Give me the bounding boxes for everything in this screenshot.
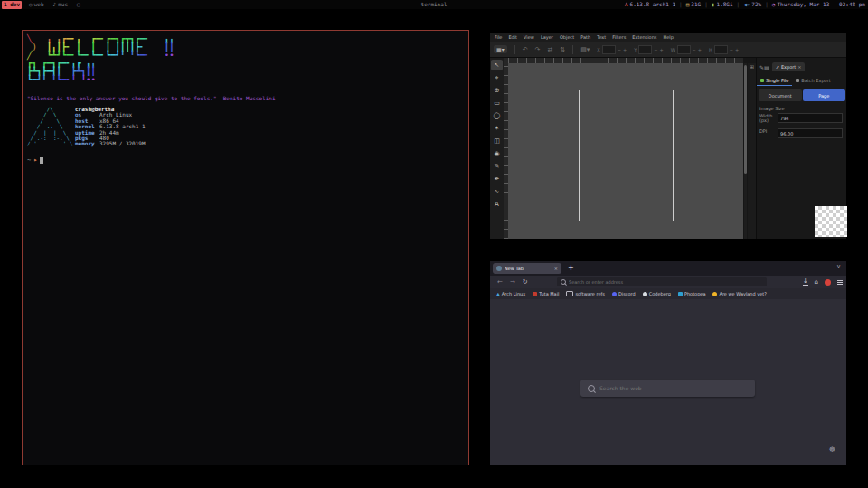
field-input[interactable] (714, 45, 728, 54)
tab-batch-export[interactable]: Batch Export (792, 76, 834, 85)
tab-close-icon[interactable]: × (554, 266, 558, 271)
ellipse-tool[interactable]: ◯ (491, 110, 503, 121)
bookmark-discord[interactable]: Discord (612, 291, 636, 296)
new-tab-button[interactable]: + (568, 264, 574, 273)
bookmark-label: Photopea (684, 291, 706, 296)
search-icon (588, 385, 595, 392)
gear-icon[interactable]: ☸ (829, 446, 835, 454)
menu-layer[interactable]: Layer (541, 34, 553, 40)
bookmark-tuta-mail[interactable]: Tuta Mail (533, 291, 559, 296)
pencil-tool[interactable]: ✎ (491, 161, 503, 172)
forward-icon[interactable]: → (510, 278, 515, 286)
stepper-minus[interactable]: − (693, 47, 696, 52)
reload-icon[interactable]: ↻ (523, 278, 528, 286)
page-button[interactable]: Page (803, 89, 846, 101)
pen-tool[interactable]: ✒ (491, 174, 503, 184)
web-search-input[interactable] (599, 385, 748, 391)
tab-single-file[interactable]: Single File (757, 76, 792, 86)
selector-tool[interactable]: ↖ (491, 60, 503, 70)
dpi-row: DPI (757, 128, 847, 140)
dpi-input[interactable] (778, 128, 843, 138)
download-icon[interactable]: ↓ (803, 278, 808, 286)
menu-path[interactable]: Path (580, 34, 590, 40)
stepper-minus[interactable]: − (618, 47, 621, 52)
bookmark-arch-linux[interactable]: ▲Arch Linux (496, 291, 525, 296)
arch-logo-ascii: /\ / \ / \ / .. \ / | | \ / .-: :-. \/.'… (27, 107, 73, 147)
box3d-tool[interactable]: ◫ (491, 136, 503, 146)
field-input[interactable] (602, 45, 616, 54)
menu-file[interactable]: File (495, 34, 502, 40)
menu-object[interactable]: Object (560, 34, 574, 40)
text-tool[interactable]: A (491, 199, 503, 210)
field-label: W (671, 47, 675, 52)
menu-view[interactable]: View (524, 34, 534, 40)
spiral-tool[interactable]: ◉ (491, 148, 503, 159)
field-input[interactable] (677, 45, 691, 54)
rotate-ccw-icon[interactable]: ↶ (523, 46, 528, 53)
tab-new-tab[interactable]: New Tab × (493, 263, 561, 274)
field-label: X (597, 47, 599, 52)
arch-icon: ▲ (496, 292, 500, 296)
back-icon[interactable]: ← (497, 278, 503, 286)
ublock-extension-icon[interactable] (825, 279, 831, 286)
volume-value: 72% (751, 0, 761, 9)
layers-icon[interactable]: ▤ (764, 64, 769, 70)
url-input[interactable] (569, 279, 763, 285)
width-input[interactable] (778, 113, 843, 123)
scrollbar-thumb[interactable] (744, 65, 747, 174)
menu-extensions[interactable]: Extensions (632, 34, 656, 40)
bookmark-software-refs[interactable]: software refs (566, 291, 604, 296)
web-search-box[interactable] (580, 380, 755, 397)
volume-icon: ◀» (743, 0, 750, 9)
inkscape-canvas[interactable] (508, 63, 743, 239)
browser-window[interactable]: New Tab × + ∨ ← → ↻ ↓ ⌂ ▲Arch LinuxTuta … (490, 261, 846, 465)
export-tab-label: Export (781, 64, 796, 70)
bookmark-are-we-wayland-yet-[interactable]: Are we Wayland yet? (712, 291, 766, 296)
field-input[interactable] (638, 45, 652, 54)
stepper-minus[interactable]: − (654, 47, 657, 52)
canvas-vertical-scrollbar[interactable] (744, 63, 747, 239)
menu-filters[interactable]: Filters (612, 34, 626, 40)
stepper-plus[interactable]: + (623, 47, 627, 52)
tab-icon (796, 79, 799, 82)
node-tool[interactable]: ⌖ (491, 72, 503, 83)
menu-edit[interactable]: Edit (508, 34, 517, 40)
export-icon: ↗ (776, 64, 779, 70)
clock-value: Thursday, Mar 13 — 02:48 pm (777, 0, 865, 9)
shell-prompt[interactable]: ~ ▸ (27, 156, 43, 164)
export-panel-tab[interactable]: ↗ Export × (772, 62, 806, 71)
list-tabs-chevron-icon[interactable]: ∨ (836, 263, 841, 270)
inkscape-window[interactable]: FileEditViewLayerObjectPathTextFiltersEx… (490, 33, 846, 239)
hamburger-menu-icon[interactable] (837, 282, 843, 283)
star-tool[interactable]: ✶ (491, 123, 503, 134)
photopea-icon (678, 292, 683, 296)
flip-vertical-icon[interactable]: ⇅ (560, 46, 565, 53)
stepper-plus[interactable]: + (735, 47, 739, 52)
volume-status: ◀»72% (743, 0, 761, 9)
rectangle-tool[interactable]: ▭ (491, 98, 503, 108)
selector-mode-icon[interactable]: ▦▾ (494, 45, 507, 53)
terminal-window[interactable]: ╲ ╻ ╻┏━╸╻ ┏━╸┏━┓┏┳┓┏━╸ ╻╻ ) ┃╻┃┣╸ ┃ ┃ ┃ … (22, 30, 469, 465)
stepper-plus[interactable]: + (659, 47, 663, 52)
bookmark-codeberg[interactable]: Codeberg (643, 291, 671, 296)
rotate-cw-icon[interactable]: ↷ (535, 46, 541, 53)
menu-text[interactable]: Text (597, 34, 606, 40)
snap-icon[interactable]: ⊞ (750, 63, 754, 70)
align-icon[interactable]: ▤▾ (580, 46, 590, 53)
close-icon[interactable]: × (797, 64, 801, 70)
flip-horizontal-icon[interactable]: ⇄ (547, 46, 552, 53)
home-icon[interactable]: ⌂ (815, 278, 818, 286)
url-bar[interactable] (557, 277, 767, 286)
document-button[interactable]: Document (759, 89, 802, 101)
zoom-tool[interactable]: ⊕ (491, 85, 503, 96)
prompt-symbol: ▸ (33, 156, 37, 164)
field-label: Y (634, 47, 637, 52)
stepper-plus[interactable]: + (698, 47, 702, 52)
menu-help[interactable]: Help (663, 34, 673, 40)
stepper-minus[interactable]: − (730, 47, 733, 52)
field-h: H−+ (709, 45, 739, 54)
calligraphy-tool[interactable]: ∿ (491, 186, 503, 197)
field-x: X−+ (597, 45, 627, 54)
tab-icon (760, 79, 764, 82)
bookmark-photopea[interactable]: Photopea (678, 291, 706, 296)
